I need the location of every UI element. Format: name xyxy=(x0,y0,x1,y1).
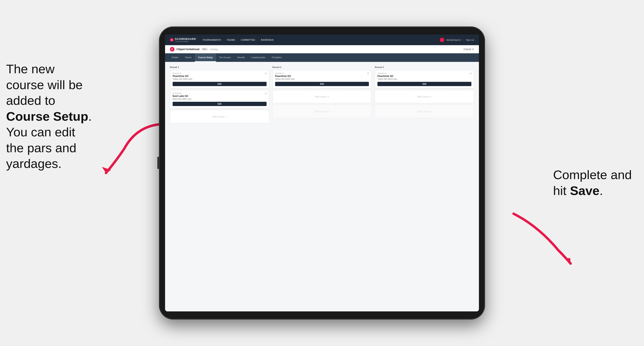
round-2-column: Round 2 ⊙ (Course A) Peachtree GC Yellow… xyxy=(272,66,372,125)
tablet-side-button xyxy=(157,157,159,169)
round-1-course-a-name: Peachtree GC xyxy=(172,75,266,78)
round-3-add-course-plus: + xyxy=(430,95,432,98)
round-1-course-a-details: Yellow (M) (6629 yds) xyxy=(172,78,266,80)
round-1-column: Round 1 ⊙ (Course A) Peachtree GC Yellow… xyxy=(170,66,269,125)
round-2-course-a-delete[interactable]: ⊙ xyxy=(367,72,369,75)
round-1-course-b-edit-button[interactable]: Edit xyxy=(172,102,266,106)
tab-bar: Details Teams Course Setup Tee Groups Re… xyxy=(165,53,479,62)
round-1-course-b-name: East Lake GC xyxy=(172,95,266,98)
round-3-add-course-disabled-label: Add Course xyxy=(418,110,429,113)
tablet-screen: C SCOREBOARD Powered by clippd TOURNAMEN… xyxy=(165,35,479,311)
logo-icon: C xyxy=(170,38,174,42)
round-2-course-a-card: ⊙ (Course A) Peachtree GC Yellow (M) (66… xyxy=(272,70,372,88)
annotation-save: Save xyxy=(570,183,600,198)
content-area: Round 1 ⊙ (Course A) Peachtree GC Yellow… xyxy=(165,62,479,311)
round-2-add-course-plus: + xyxy=(328,95,329,98)
round-1-course-a-label: (Course A) xyxy=(172,72,266,74)
tournament-bar: C Clippd Invitational Men Hosting Cancel… xyxy=(165,45,479,53)
round-3-header: Round 3 xyxy=(375,66,474,68)
round-1-course-b-details: Black (M) (6891 yds) xyxy=(172,98,266,100)
round-2-course-a-edit-button[interactable]: Edit xyxy=(275,82,369,86)
user-email: blair@clippd.io xyxy=(446,39,461,41)
annotation-right-line2: hit xyxy=(553,183,570,198)
nav-logo: C SCOREBOARD Powered by clippd xyxy=(170,38,196,42)
annotation-right-line1: Complete and xyxy=(553,168,632,182)
tournament-name: Clippd Invitational xyxy=(176,48,200,51)
round-3-course-a-delete[interactable]: ⊙ xyxy=(470,72,472,75)
tab-tee-groups[interactable]: Tee Groups xyxy=(216,53,234,62)
round-1-course-b-label: (Course B) xyxy=(172,92,266,94)
tournament-hosting: Hosting xyxy=(210,48,218,50)
round-2-add-course-disabled-label: Add Course xyxy=(315,110,327,113)
round-1-add-course-label: Add Course xyxy=(212,115,224,118)
annotation-line5: You can edit xyxy=(6,125,75,139)
round-3-course-a-card: ⊙ (Course A) Peachtree GC Yellow (M) (66… xyxy=(375,70,474,88)
rounds-grid: Round 1 ⊙ (Course A) Peachtree GC Yellow… xyxy=(170,66,474,125)
left-arrow xyxy=(100,120,165,177)
round-3-add-course-label: Add Course xyxy=(418,95,429,98)
round-3-course-a-label: (Course A) xyxy=(378,72,472,74)
round-1-course-b-delete[interactable]: ⊙ xyxy=(265,92,267,95)
round-3-course-a-details: Yellow (M) (6629 yds) xyxy=(378,78,472,80)
round-2-add-course-label: Add Course xyxy=(315,95,327,98)
right-arrow xyxy=(506,210,575,267)
tournament-badge: Men xyxy=(201,48,208,51)
tab-printables[interactable]: Printables xyxy=(268,53,285,62)
tablet-shell: C SCOREBOARD Powered by clippd TOURNAMEN… xyxy=(159,26,485,320)
nav-committee[interactable]: COMMITTEE xyxy=(241,38,255,42)
round-3-course-a-edit-button[interactable]: Edit xyxy=(378,82,472,86)
round-2-add-course-disabled: Add Course + xyxy=(272,105,372,118)
round-2-course-a-name: Peachtree GC xyxy=(275,75,369,78)
tab-teams[interactable]: Teams xyxy=(182,53,195,62)
logo-title: SCOREBOARD xyxy=(175,38,196,40)
svg-marker-1 xyxy=(564,258,571,264)
round-1-header: Round 1 xyxy=(170,66,269,68)
annotation-line2: course will be xyxy=(6,78,83,92)
round-2-course-a-label: (Course A) xyxy=(275,72,369,74)
round-2-add-course-button[interactable]: Add Course + xyxy=(272,90,372,103)
round-2-header: Round 2 xyxy=(272,66,372,68)
cancel-button[interactable]: Cancel ✕ xyxy=(464,48,474,51)
round-1-course-b-card: ⊙ (Course B) East Lake GC Black (M) (689… xyxy=(170,90,269,108)
annotation-right: Complete and hit Save. xyxy=(553,167,632,198)
round-3-add-course-disabled: Add Course + xyxy=(375,105,474,118)
sign-out-link[interactable]: Sign out xyxy=(466,39,474,41)
round-3-column: Round 3 ⊙ (Course A) Peachtree GC Yellow… xyxy=(375,66,474,125)
svg-marker-0 xyxy=(102,167,111,173)
nav-separator: | xyxy=(463,39,464,41)
round-1-course-a-delete[interactable]: ⊙ xyxy=(265,72,267,75)
tournament-logo-icon: C xyxy=(170,47,174,51)
cancel-icon: ✕ xyxy=(472,48,474,51)
tab-course-setup[interactable]: Course Setup xyxy=(195,53,216,62)
round-1-course-a-edit-button[interactable]: Edit xyxy=(172,82,266,86)
avatar xyxy=(440,38,444,42)
tab-details[interactable]: Details xyxy=(168,53,182,62)
annotation-line7: yardages. xyxy=(6,157,62,171)
annotation-line3: added to xyxy=(6,93,55,107)
nav-tournaments[interactable]: TOURNAMENTS xyxy=(202,38,221,42)
round-3-add-course-disabled-plus: + xyxy=(430,110,432,113)
nav-teams[interactable]: TEAMS xyxy=(227,38,235,42)
cancel-label: Cancel xyxy=(464,48,471,51)
round-1-course-a-card: ⊙ (Course A) Peachtree GC Yellow (M) (66… xyxy=(170,70,269,88)
round-2-add-course-disabled-plus: + xyxy=(328,110,329,113)
round-2-course-a-details: Yellow (M) (6629 yds) xyxy=(275,78,369,80)
tab-results[interactable]: Results xyxy=(234,53,248,62)
round-1-add-course-plus: + xyxy=(225,115,226,118)
nav-bar: C SCOREBOARD Powered by clippd TOURNAMEN… xyxy=(165,35,479,45)
round-1-add-course-button[interactable]: Add Course + xyxy=(170,110,269,123)
nav-user: blair@clippd.io | Sign out xyxy=(440,38,474,42)
round-3-course-a-name: Peachtree GC xyxy=(378,75,472,78)
nav-rankings[interactable]: RANKINGS xyxy=(261,38,274,42)
tab-leaderboards[interactable]: Leaderboards xyxy=(248,53,268,62)
annotation-left: The new course will be added to Course S… xyxy=(6,61,92,172)
logo-subtitle: Powered by clippd xyxy=(175,41,196,42)
round-3-add-course-button[interactable]: Add Course + xyxy=(375,90,474,103)
annotation-line6: the pars and xyxy=(6,141,76,155)
annotation-line1: The new xyxy=(6,62,54,76)
annotation-course-setup: Course Setup xyxy=(6,109,88,123)
nav-links: TOURNAMENTS TEAMS COMMITTEE RANKINGS xyxy=(202,38,440,42)
